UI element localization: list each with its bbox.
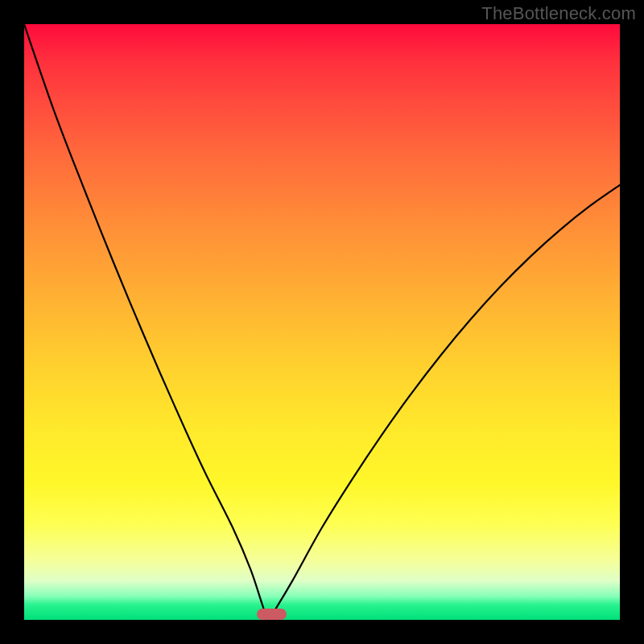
curve-layer [24,24,620,620]
plot-area [24,24,620,620]
minimum-marker [257,609,287,620]
bottleneck-curve [24,24,620,620]
watermark-text: TheBottleneck.com [481,3,636,24]
chart-frame: TheBottleneck.com [0,0,644,644]
